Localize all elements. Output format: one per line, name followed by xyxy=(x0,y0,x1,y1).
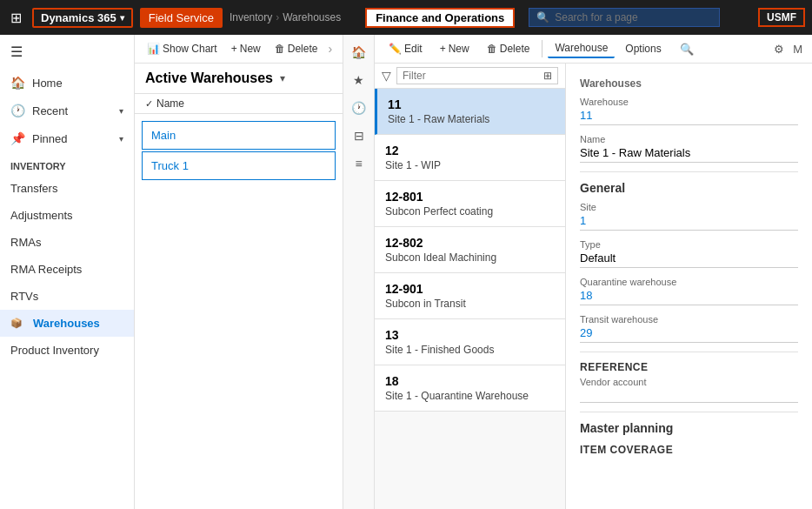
delete-button[interactable]: 🗑 Delete xyxy=(270,40,323,57)
divider-1 xyxy=(580,171,798,172)
adjustments-label: Adjustments xyxy=(10,209,73,222)
chart-icon: 📊 xyxy=(147,43,160,55)
list-item-truck1[interactable]: Truck 1 xyxy=(142,151,336,180)
sidebar-recent-label: Recent xyxy=(32,104,68,117)
list-item-main[interactable]: Main xyxy=(142,121,336,150)
warehouse-tab[interactable]: Warehouse xyxy=(548,39,615,58)
quarantine-value[interactable]: 18 xyxy=(580,289,798,305)
center-panel: ▽ ⊞ 11 Site 1 - Raw Materials 12 xyxy=(375,64,566,509)
pin-icon: 📌 xyxy=(10,131,25,145)
breadcrumb-inventory: Inventory xyxy=(230,11,272,23)
home-nav-icon[interactable]: 🏠 xyxy=(347,40,371,64)
search-box[interactable]: 🔍 xyxy=(529,8,720,27)
home-icon: 🏠 xyxy=(10,76,25,90)
active-warehouses-title: Active Warehouses xyxy=(145,70,273,86)
sidebar-item-rtvs[interactable]: RTVs xyxy=(0,283,134,310)
new-button[interactable]: + New xyxy=(226,40,266,57)
list-nav-icon[interactable]: ≡ xyxy=(347,151,371,176)
sidebar-item-recent[interactable]: 🕐 Recent ▾ xyxy=(0,97,134,124)
transit-value[interactable]: 29 xyxy=(580,326,798,343)
detail-panel: Warehouses Warehouse 11 Name Site 1 - Ra… xyxy=(566,64,812,509)
sidebar-item-transfers[interactable]: Transfers xyxy=(0,175,134,202)
nav-icons-strip: 🏠 ★ 🕐 ⊟ ≡ xyxy=(343,35,375,509)
warehouse-card-11[interactable]: 11 Site 1 - Raw Materials xyxy=(375,89,565,135)
list-toolbar: 📊 Show Chart + New 🗑 Delete › xyxy=(135,35,343,64)
hamburger-icon[interactable]: ☰ xyxy=(0,35,134,69)
search-input[interactable] xyxy=(555,11,694,23)
warehouse-card-12[interactable]: 12 Site 1 - WIP xyxy=(375,135,565,181)
dynamics-brand[interactable]: Dynamics 365 ▾ xyxy=(32,8,133,28)
center-trash-icon: 🗑 xyxy=(487,43,497,55)
warehouse-card-18[interactable]: 18 Site 1 - Quarantine Warehouse xyxy=(375,365,565,412)
field-service-button[interactable]: Field Service xyxy=(140,8,223,28)
edit-button[interactable]: ✏️ Edit xyxy=(382,40,429,57)
recent-icon: 🕐 xyxy=(10,104,25,117)
quarantine-field: Quarantine warehouse 18 xyxy=(580,277,798,305)
finance-bar[interactable]: Finance and Operations xyxy=(365,8,515,28)
wh-id-11: 11 xyxy=(388,97,555,111)
sidebar-item-adjustments[interactable]: Adjustments xyxy=(0,202,134,229)
site-label: Site xyxy=(580,202,798,212)
table-nav-icon[interactable]: ⊟ xyxy=(347,124,371,148)
breadcrumb-sep: › xyxy=(276,11,279,23)
list-panel: 📊 Show Chart + New 🗑 Delete › Active War… xyxy=(135,35,343,509)
rtvs-label: RTVs xyxy=(10,290,38,303)
inventory-section-label: Inventory xyxy=(0,152,134,175)
name-label: Name xyxy=(580,134,798,144)
sidebar-item-home[interactable]: 🏠 Home xyxy=(0,69,134,97)
sidebar-item-warehouses[interactable]: 📦 Warehouses xyxy=(0,310,134,337)
filter-input[interactable] xyxy=(403,70,540,82)
filter-input-wrap[interactable]: ⊞ xyxy=(396,67,558,84)
warehouse-card-12802[interactable]: 12-802 Subcon Ideal Machining xyxy=(375,227,565,273)
filter-icon[interactable]: ▽ xyxy=(382,69,391,83)
vendor-label: Vendor account xyxy=(580,377,798,387)
warehouse-value[interactable]: 11 xyxy=(580,109,798,125)
grid-icon[interactable]: ⊞ xyxy=(7,6,25,30)
product-inventory-label: Product Inventory xyxy=(10,344,99,357)
dynamics-chevron: ▾ xyxy=(120,13,124,23)
name-field: Name Site 1 - Raw Materials xyxy=(580,134,798,163)
site-value[interactable]: 1 xyxy=(580,214,798,231)
vendor-value xyxy=(580,389,798,403)
sidebar-item-rma-receipts[interactable]: RMA Receipts xyxy=(0,256,134,283)
separator xyxy=(542,40,542,57)
wh-id-12801: 12-801 xyxy=(385,190,555,204)
list-col-header: ✓ Name xyxy=(135,94,343,114)
clock-nav-icon[interactable]: 🕐 xyxy=(347,96,371,120)
usmf-button[interactable]: USMF xyxy=(758,8,805,27)
sidebar-item-pinned[interactable]: 📌 Pinned ▾ xyxy=(0,124,134,152)
wh-id-13: 13 xyxy=(385,328,555,342)
wh-name-12801: Subcon Perfect coating xyxy=(385,205,555,218)
filter-grid-icon: ⊞ xyxy=(543,70,552,82)
right-area: 🏠 ★ 🕐 ⊟ ≡ ✏️ Edit + New 🗑 Delete xyxy=(343,35,812,509)
title-chevron[interactable]: ▾ xyxy=(280,72,285,84)
sidebar-item-product-inventory[interactable]: Product Inventory xyxy=(0,337,134,364)
settings-icon[interactable]: ⚙ xyxy=(771,40,787,58)
center-content: ▽ ⊞ 11 Site 1 - Raw Materials 12 xyxy=(375,64,812,509)
warehouse-card-13[interactable]: 13 Site 1 - Finished Goods xyxy=(375,319,565,365)
wh-name-12: Site 1 - WIP xyxy=(385,159,555,171)
warehouse-card-12901[interactable]: 12-901 Subcon in Transit xyxy=(375,273,565,319)
search-toolbar-icon[interactable]: 🔍 xyxy=(677,40,696,58)
search-icon: 🔍 xyxy=(536,11,549,23)
show-chart-button[interactable]: 📊 Show Chart xyxy=(142,40,223,57)
top-action-bar: ✏️ Edit + New 🗑 Delete Warehouse Options xyxy=(375,35,812,64)
breadcrumb-warehouses: Warehouses xyxy=(283,11,341,23)
quarantine-label: Quarantine warehouse xyxy=(580,277,798,287)
vendor-field: Vendor account xyxy=(580,377,798,403)
ms-icon[interactable]: M xyxy=(790,40,805,58)
sidebar-item-rmas[interactable]: RMAs xyxy=(0,229,134,256)
center-new-button[interactable]: + New xyxy=(433,40,476,57)
name-value: Site 1 - Raw Materials xyxy=(580,146,798,163)
recent-chevron: ▾ xyxy=(119,106,123,116)
filter-bar: ▽ ⊞ xyxy=(375,64,565,89)
divider-3 xyxy=(580,412,798,412)
star-nav-icon[interactable]: ★ xyxy=(347,68,371,92)
rmas-label: RMAs xyxy=(10,236,41,249)
wh-id-12901: 12-901 xyxy=(385,282,555,296)
options-tab[interactable]: Options xyxy=(618,40,668,57)
more-icon[interactable]: › xyxy=(328,42,332,56)
wh-name-12802: Subcon Ideal Machining xyxy=(385,251,555,264)
center-delete-button[interactable]: 🗑 Delete xyxy=(480,40,537,57)
warehouse-card-12801[interactable]: 12-801 Subcon Perfect coating xyxy=(375,181,565,227)
